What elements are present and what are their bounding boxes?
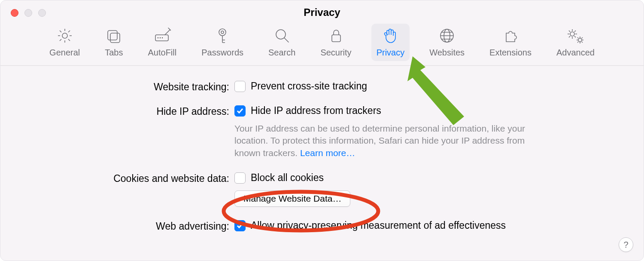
- pencil-field-icon: [154, 27, 171, 46]
- checkbox-label: Hide IP address from trackers: [251, 105, 381, 117]
- setting-row-manage-data: Manage Website Data…: [0, 189, 644, 207]
- checkbox-label: Prevent cross-site tracking: [251, 80, 367, 92]
- window-title: Privacy: [0, 6, 644, 18]
- setting-description: Your IP address can be used to determine…: [234, 123, 535, 159]
- checkbox-label: Block all cookies: [251, 172, 324, 184]
- toolbar-divider: [0, 65, 644, 66]
- learn-more-link[interactable]: Learn more…: [300, 148, 355, 158]
- svg-rect-10: [332, 35, 340, 42]
- setting-row-hide-ip: Hide IP address: Hide IP address from tr…: [0, 105, 644, 159]
- gears-icon: [565, 27, 585, 46]
- hide-ip-checkbox[interactable]: [234, 105, 246, 117]
- tab-label: Passwords: [201, 48, 243, 58]
- tab-label: Websites: [429, 48, 465, 58]
- setting-label: Website tracking:: [0, 80, 234, 93]
- gear-icon: [56, 27, 73, 46]
- question-mark-icon: ?: [623, 240, 628, 250]
- tab-advanced[interactable]: Advanced: [551, 24, 600, 61]
- svg-rect-1: [108, 31, 117, 40]
- checkbox-label: Allow privacy-preserving measurement of …: [251, 220, 506, 231]
- lock-icon: [328, 27, 345, 46]
- puzzle-icon: [502, 27, 519, 46]
- tab-passwords[interactable]: Passwords: [196, 24, 249, 61]
- tab-label: Extensions: [489, 48, 532, 58]
- globe-icon: [438, 27, 456, 46]
- tab-label: Tabs: [105, 48, 123, 58]
- svg-point-0: [62, 33, 67, 38]
- tab-label: Security: [320, 48, 351, 58]
- tab-label: Advanced: [556, 48, 595, 58]
- prevent-cross-site-tracking-checkbox[interactable]: [234, 81, 246, 92]
- manage-website-data-button[interactable]: Manage Website Data…: [234, 190, 350, 207]
- preferences-toolbar: General Tabs AutoFill Passwords Search: [0, 21, 644, 67]
- svg-point-5: [160, 37, 161, 38]
- tab-autofill[interactable]: AutoFill: [143, 24, 182, 61]
- tab-general[interactable]: General: [44, 24, 85, 61]
- tab-label: General: [49, 48, 80, 58]
- setting-row-website-tracking: Website tracking: Prevent cross-site tra…: [0, 80, 644, 93]
- svg-point-8: [221, 31, 224, 34]
- preferences-window: Privacy General Tabs AutoFill Password: [0, 0, 644, 261]
- svg-point-14: [578, 38, 582, 42]
- tab-extensions[interactable]: Extensions: [484, 24, 537, 61]
- tab-label: Search: [268, 48, 295, 58]
- tab-websites[interactable]: Websites: [424, 24, 470, 61]
- tab-search[interactable]: Search: [263, 24, 301, 61]
- privacy-settings-panel: Website tracking: Prevent cross-site tra…: [0, 74, 644, 232]
- magnifier-icon: [273, 27, 291, 46]
- help-button[interactable]: ?: [619, 237, 633, 252]
- tab-tabs[interactable]: Tabs: [100, 24, 128, 61]
- tab-security[interactable]: Security: [315, 24, 356, 61]
- setting-row-web-advertising: Web advertising: Allow privacy-preservin…: [0, 220, 644, 232]
- svg-point-7: [219, 29, 226, 36]
- tabs-icon: [105, 27, 122, 46]
- setting-row-cookies: Cookies and website data: Block all cook…: [0, 172, 644, 184]
- tab-label: AutoFill: [148, 48, 176, 58]
- setting-label: Hide IP address:: [0, 105, 234, 117]
- tab-privacy[interactable]: Privacy: [371, 24, 410, 61]
- svg-point-6: [162, 37, 163, 38]
- tab-label: Privacy: [377, 48, 405, 58]
- setting-label: Web advertising:: [0, 220, 234, 232]
- svg-rect-2: [110, 33, 120, 43]
- setting-label: Cookies and website data:: [0, 172, 234, 184]
- svg-point-13: [570, 32, 574, 36]
- ad-measurement-checkbox[interactable]: [234, 220, 246, 231]
- hand-icon: [382, 27, 399, 46]
- key-icon: [214, 27, 231, 46]
- block-all-cookies-checkbox[interactable]: [234, 172, 246, 184]
- svg-point-4: [158, 37, 158, 38]
